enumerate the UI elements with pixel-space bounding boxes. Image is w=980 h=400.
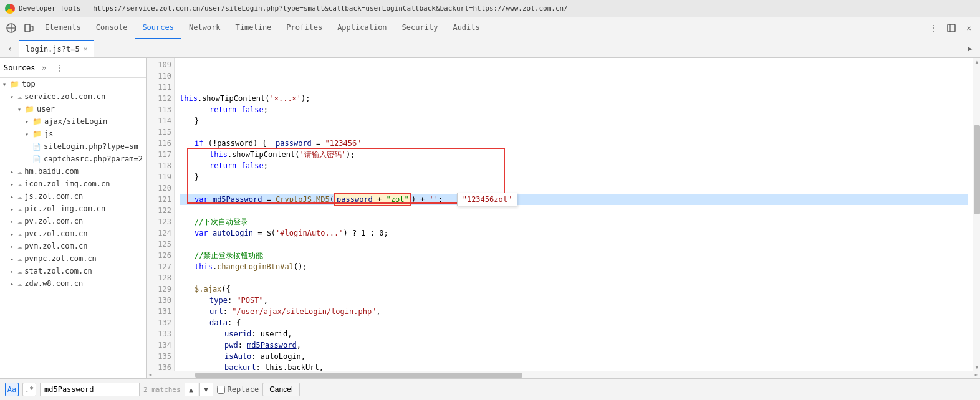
tab-application[interactable]: Application (330, 17, 394, 39)
code-content[interactable]: this.showTipContent('×...×');return fals… (175, 58, 973, 371)
tree-label: pic.zol-img.com.cn (24, 204, 105, 213)
line-num-111: 111 (149, 82, 171, 93)
sidebar-more-icon[interactable]: ⋮ (53, 62, 65, 74)
tree-item-3[interactable]: ▾ 📁 ajax/siteLogin (0, 115, 146, 128)
tree-item-12[interactable]: ▸ ☁ pvc.zol.com.cn (0, 227, 146, 240)
tree-label: captchasrc.php?param=2 (44, 155, 143, 163)
line-num-133: 133 (149, 328, 171, 340)
scroll-left-btn[interactable]: ◄ (147, 371, 154, 379)
tab-close-icon[interactable]: ✕ (84, 45, 88, 53)
close-devtools-icon[interactable]: ✕ (960, 19, 978, 37)
tree-item-11[interactable]: ▸ ☁ pv.zol.com.cn (0, 215, 146, 227)
tree-item-1[interactable]: ▾ ☁ service.zol.com.cn (0, 90, 146, 103)
tree-item-9[interactable]: ▸ ☁ js.zol.com.cn (0, 190, 146, 202)
sidebar-tree: ▾ 📁 top ▾ ☁ service.zol.com.cn ▾ 📁 user … (0, 78, 146, 378)
tree-item-5[interactable]: 📄 siteLogin.php?type=sm (0, 140, 146, 153)
tree-item-2[interactable]: ▾ 📁 user (0, 103, 146, 115)
line-num-135: 135 (149, 351, 171, 362)
tree-item-6[interactable]: 📄 captchasrc.php?param=2 (0, 153, 146, 165)
tab-elements[interactable]: Elements (37, 17, 89, 39)
line-num-117: 117 (149, 149, 171, 160)
tree-item-15[interactable]: ▸ ☁ stat.zol.com.cn (0, 265, 146, 277)
case-sensitive-btn[interactable]: Aa (5, 383, 19, 396)
line-num-120: 120 (149, 183, 171, 194)
tree-label: siteLogin.php?type=sm (44, 142, 138, 151)
device-icon[interactable] (20, 19, 37, 37)
code-panel: 1091101111121131141151161171181191201211… (147, 58, 980, 378)
tree-arrow: ▾ (17, 106, 25, 113)
line-num-109: 109 (149, 59, 171, 70)
tree-arrow: ▸ (10, 231, 17, 237)
code-line-119 (180, 205, 968, 216)
tree-arrow: ▾ (25, 118, 32, 125)
right-scrollbar[interactable]: ▲ ▼ (973, 58, 980, 371)
replace-checkbox[interactable] (217, 386, 225, 394)
tree-item-14[interactable]: ▸ ☁ pvnpc.zol.com.cn (0, 252, 146, 265)
title-text: Developer Tools - https://service.zol.co… (19, 4, 975, 12)
next-match-btn[interactable]: ▼ (199, 383, 213, 396)
tree-label: pvnpc.zol.com.cn (24, 254, 97, 263)
tab-sources[interactable]: Sources (135, 17, 181, 39)
tree-label: user (37, 105, 55, 113)
tab-back-icon[interactable]: ‹ (2, 41, 17, 56)
tree-item-4[interactable]: ▾ 📁 js (0, 128, 146, 140)
code-line-122 (180, 239, 968, 250)
cloud-icon: ☁ (17, 242, 22, 250)
code-line-127: type: "POST", (180, 295, 968, 306)
more-icon[interactable]: ⋮ (925, 19, 943, 37)
tab-profiles[interactable]: Profiles (279, 17, 330, 39)
tree-arrow: ▸ (10, 193, 17, 200)
tree-item-0[interactable]: ▾ 📁 top (0, 78, 146, 90)
tree-label: service.zol.com.cn (24, 92, 105, 101)
tree-item-16[interactable]: ▸ ☁ zdw.w8.com.cn (0, 277, 146, 290)
search-input[interactable] (40, 383, 140, 396)
code-line-116: } (180, 171, 968, 183)
prev-match-btn[interactable]: ▲ (185, 383, 198, 396)
tab-security[interactable]: Security (395, 17, 446, 39)
tree-label: zdw.w8.com.cn (24, 279, 83, 288)
sidebar-menu-icon[interactable]: » (38, 62, 50, 74)
folder-icon: 📁 (25, 105, 34, 113)
inspect-icon[interactable] (2, 19, 20, 37)
scroll-thumb[interactable] (974, 125, 980, 214)
code-line-126: $.ajax({ (180, 283, 968, 295)
tab-audits[interactable]: Audits (445, 17, 487, 39)
code-line-113: if (!password) { password = "123456" (180, 138, 968, 149)
tab-console[interactable]: Console (89, 17, 135, 39)
code-line-112 (180, 126, 968, 138)
replace-checkbox-label[interactable]: Replace (217, 385, 259, 394)
tree-label: top (22, 80, 36, 88)
horizontal-scrollbar[interactable]: ◄ ► (147, 371, 980, 378)
code-line-131: pwd: md5Password, (180, 340, 968, 351)
scroll-right-btn[interactable]: ► (973, 371, 980, 379)
editor-tab-label: login.js?t=5 (26, 45, 80, 54)
tree-arrow: ▸ (10, 206, 17, 212)
code-line-130: userid: userid, (180, 328, 968, 340)
search-nav-arrows: ▲ ▼ (185, 383, 213, 396)
cloud-icon: ☁ (17, 254, 22, 263)
tree-label: stat.zol.com.cn (24, 267, 92, 275)
cloud-icon: ☁ (17, 167, 22, 176)
tree-item-7[interactable]: ▸ ☁ hm.baidu.com (0, 165, 146, 178)
tab-timeline[interactable]: Timeline (228, 17, 279, 39)
line-num-115: 115 (149, 126, 171, 138)
scroll-up-btn[interactable]: ▲ (973, 58, 980, 65)
hscroll-thumb[interactable] (195, 373, 522, 378)
match-count: 2 matches (143, 386, 181, 394)
tab-network[interactable]: Network (181, 17, 228, 39)
code-line-115: return false; (180, 160, 968, 171)
nav-tabs: Elements Console Sources Network Timelin… (37, 17, 488, 39)
tree-item-10[interactable]: ▸ ☁ pic.zol-img.com.cn (0, 202, 146, 215)
tree-item-13[interactable]: ▸ ☁ pvm.zol.com.cn (0, 240, 146, 252)
scroll-track[interactable] (973, 65, 980, 363)
regex-btn[interactable]: .* (22, 383, 36, 396)
scroll-down-btn[interactable]: ▼ (973, 363, 980, 371)
code-line-132: isAuto: autoLogin, (180, 351, 968, 362)
undock-icon[interactable] (943, 19, 960, 37)
line-num-136: 136 (149, 362, 171, 371)
cancel-btn[interactable]: Cancel (262, 383, 299, 396)
tab-expand-icon[interactable]: ▶ (963, 41, 978, 56)
tree-item-8[interactable]: ▸ ☁ icon.zol-img.com.cn (0, 178, 146, 190)
editor-tab-login[interactable]: login.js?t=5 ✕ (19, 40, 94, 57)
code-line-129: data: { (180, 317, 968, 328)
